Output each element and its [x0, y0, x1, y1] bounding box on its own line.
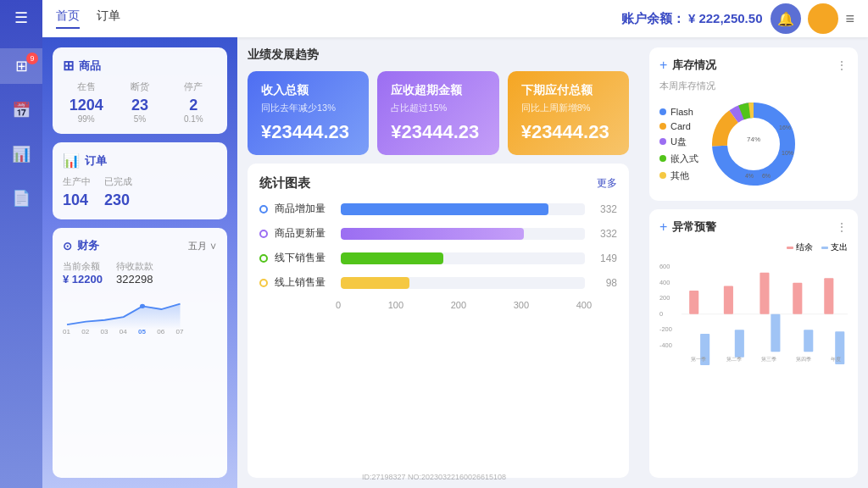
inventory-card: + 库存情况 ⋮ 本周库存情况 Flash	[649, 47, 858, 201]
bar-fill-2	[341, 252, 443, 264]
sidebar-item-home[interactable]: ⊞ 9	[0, 48, 42, 84]
bar-fill-3	[341, 277, 409, 289]
finance-body: 当前余额 ¥ 12200 待收款款 322298	[63, 260, 217, 286]
order-card: 📊 订单 生产中 104 已完成 230	[53, 142, 227, 219]
performance-cards: 收入总额 同比去年减少13% ¥23444.23 应收超期金额 占比超过15% …	[248, 71, 629, 155]
bar-track-3	[341, 277, 585, 289]
header-menu-button[interactable]: ≡	[845, 10, 854, 28]
tab-orders[interactable]: 订单	[97, 8, 120, 29]
svg-point-8	[140, 304, 145, 308]
header-icons: 🔔 ≡	[771, 3, 854, 34]
svg-text:第一季: 第一季	[691, 356, 706, 362]
tab-home[interactable]: 首页	[56, 8, 80, 29]
svg-rect-31	[771, 314, 780, 352]
bar-track-2	[341, 252, 585, 264]
bar-label-3: 线上销售量	[275, 275, 334, 290]
sidebar-item-chart[interactable]: 📊	[0, 136, 42, 172]
calendar-icon: 📅	[12, 101, 31, 119]
order-icon: 📊	[63, 152, 80, 169]
bar-track-1	[341, 228, 585, 240]
bar-count-3: 98	[592, 277, 617, 289]
inventory-add-button[interactable]: +	[659, 58, 667, 73]
chart-title: 统计图表	[259, 175, 310, 191]
main-content: 首页 订单 账户余额： ¥ 222,250.50 🔔 ≡ ⊞ 商品	[42, 0, 868, 488]
finance-icon: ⊙	[63, 240, 72, 252]
svg-rect-26	[689, 291, 698, 314]
order-stats: 生产中 104 已完成 230	[63, 175, 217, 209]
svg-text:第三季: 第三季	[761, 356, 776, 362]
bar-fill-0	[341, 203, 548, 215]
svg-text:200: 200	[659, 294, 670, 302]
avatar-button[interactable]	[808, 3, 838, 34]
bar-count-0: 332	[592, 203, 617, 215]
bar-dot-2	[259, 254, 268, 263]
bar-count-2: 149	[592, 252, 617, 264]
bar-dot-1	[259, 230, 268, 238]
legend-card: Card	[659, 121, 698, 131]
inventory-actions: ⋮	[836, 58, 848, 72]
bar-track-0	[341, 203, 585, 215]
revenue-card: 收入总额 同比去年减少13% ¥23444.23	[248, 71, 369, 155]
svg-text:16%: 16%	[779, 125, 791, 130]
svg-text:10%: 10%	[782, 150, 793, 156]
svg-rect-28	[724, 286, 733, 313]
order-stat-inprogress: 生产中 104	[63, 175, 91, 209]
header-right: 账户余额： ¥ 222,250.50 🔔 ≡	[621, 3, 854, 34]
bar-label-2: 线下销售量	[275, 251, 334, 265]
svg-text:4%: 4%	[745, 173, 754, 179]
mid-panel: 业绩发展趋势 收入总额 同比去年减少13% ¥23444.23 应收超期金额 占…	[237, 37, 639, 488]
finance-month-selector[interactable]: 五月 ∨	[188, 240, 217, 252]
anomaly-add-button[interactable]: +	[659, 219, 667, 235]
header: 首页 订单 账户余额： ¥ 222,250.50 🔔 ≡	[42, 0, 868, 37]
sidebar-item-doc[interactable]: 📄	[0, 180, 42, 216]
anomaly-legend-balance: 结余	[787, 241, 813, 253]
inventory-legend: Flash Card U盘 嵌入式	[659, 107, 698, 182]
left-panel: ⊞ 商品 在售 1204 99% 断货 23 5% 停产	[42, 37, 237, 488]
svg-rect-30	[760, 273, 769, 314]
notification-button[interactable]: 🔔	[771, 3, 801, 34]
anomaly-legend: 结余 支出	[659, 241, 848, 253]
legend-udisk: U盘	[659, 136, 698, 148]
bar-item-1: 商品更新量 332	[259, 226, 617, 241]
svg-text:74%: 74%	[747, 136, 760, 143]
sidebar-item-calendar[interactable]: 📅	[0, 92, 42, 128]
product-card: ⊞ 商品 在售 1204 99% 断货 23 5% 停产	[53, 47, 227, 134]
product-stat-onsale: 在售 1204 99%	[63, 80, 109, 124]
svg-text:第四季: 第四季	[796, 356, 811, 362]
legend-embedded: 嵌入式	[659, 152, 698, 165]
svg-text:400: 400	[659, 279, 670, 286]
sidebar-menu-icon[interactable]: ☰	[14, 8, 28, 27]
svg-text:年度: 年度	[831, 356, 841, 362]
watermark: ID:27198327 NO:20230322160026615108	[362, 473, 506, 481]
svg-text:0: 0	[659, 310, 663, 318]
right-panel: + 库存情况 ⋮ 本周库存情况 Flash	[639, 37, 868, 488]
product-stat-outofstock: 断货 23 5%	[116, 80, 163, 124]
chart-section: 统计图表 更多 商品增加量 332 商品更新量	[248, 164, 629, 478]
bar-count-1: 332	[592, 228, 617, 240]
anomaly-card-header: + 异常预警 ⋮	[659, 219, 848, 235]
header-tabs: 首页 订单	[56, 8, 621, 29]
product-stat-discontinued: 停产 2 0.1%	[170, 80, 217, 124]
chart-header: 统计图表 更多	[259, 175, 617, 191]
payable-card: 下期应付总额 同比上周新增8% ¥23444.23	[508, 71, 629, 155]
content-area: ⊞ 商品 在售 1204 99% 断货 23 5% 停产	[42, 37, 868, 488]
svg-rect-33	[804, 330, 813, 352]
anomaly-actions: ⋮	[836, 220, 848, 234]
bar-item-0: 商品增加量 332	[259, 202, 617, 216]
balance-label: 账户余额： ¥ 222,250.50	[621, 11, 762, 27]
bar-label-0: 商品增加量	[275, 202, 334, 216]
inventory-more-icon[interactable]: ⋮	[836, 58, 848, 72]
finance-card: ⊙ 财务 五月 ∨ 当前余额 ¥ 12200 待收款款 322298	[53, 228, 227, 478]
inventory-donut-chart: 74% 16% 10% 6% 4%	[707, 97, 800, 191]
product-card-title: ⊞ 商品	[63, 58, 217, 74]
bar-item-3: 线上销售量 98	[259, 275, 617, 290]
svg-text:600: 600	[659, 263, 670, 270]
sidebar-nav: ⊞ 9 📅 📊 📄	[0, 48, 42, 216]
chart-icon: 📊	[12, 145, 31, 164]
legend-other: 其他	[659, 169, 698, 182]
anomaly-more-icon[interactable]: ⋮	[836, 220, 848, 234]
bar-fill-1	[341, 228, 524, 240]
inventory-body: Flash Card U盘 嵌入式	[659, 97, 848, 191]
chart-more-button[interactable]: 更多	[597, 176, 617, 191]
bar-item-2: 线下销售量 149	[259, 251, 617, 265]
